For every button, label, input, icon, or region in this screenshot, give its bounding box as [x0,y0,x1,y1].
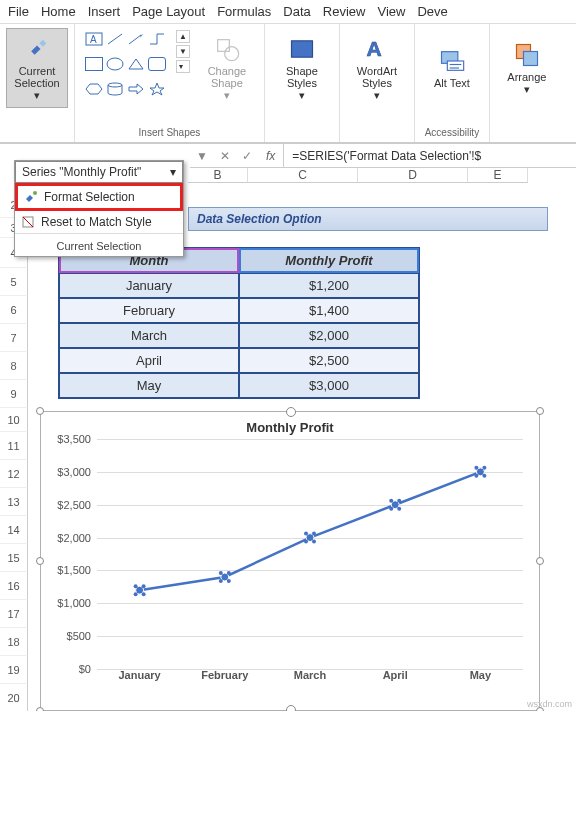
change-shape-button[interactable]: Change Shape ▾ [196,28,258,108]
enter-button[interactable]: ✓ [236,149,258,163]
data-marker[interactable] [304,532,316,544]
row-header[interactable]: 5 [0,268,28,296]
title-banner: Data Selection Option [188,207,548,231]
cell-month[interactable]: May [59,373,239,398]
row-header[interactable]: 15 [0,544,28,572]
reset-match-style-item[interactable]: Reset to Match Style [15,211,183,233]
alt-text-button[interactable]: Alt Text [421,28,483,108]
col-header-b[interactable]: B [188,168,248,183]
cell-month[interactable]: March [59,323,239,348]
row-header[interactable]: 8 [0,352,28,380]
menu-home[interactable]: Home [41,4,76,19]
plot-area[interactable]: $0$500$1,000$1,500$2,000$2,500$3,000$3,5… [97,439,523,669]
elbow-connector-icon[interactable] [148,32,166,46]
resize-handle[interactable] [36,707,44,711]
row-header[interactable]: 7 [0,324,28,352]
arrange-button[interactable]: Arrange ▾ [496,28,558,108]
row-header[interactable]: 20 [0,684,28,711]
row-header[interactable]: 12 [0,460,28,488]
format-selection-item[interactable]: Format Selection [15,183,183,211]
row-header[interactable]: 18 [0,628,28,656]
row-header[interactable]: 13 [0,488,28,516]
current-selection-button[interactable]: Current Selection ▾ [6,28,68,108]
menu-developer[interactable]: Deve [417,4,447,19]
rounded-rect-shape-icon[interactable] [148,57,166,71]
svg-marker-7 [86,84,102,94]
svg-text:A: A [90,34,97,45]
formula-bar: ▼ ✕ ✓ fx =SERIES('Format Data Selection'… [190,144,576,168]
data-marker[interactable] [474,466,486,478]
shapes-gallery[interactable]: A [81,28,170,108]
chart-title[interactable]: Monthly Profit [41,412,539,439]
line-arrow-icon[interactable] [127,32,145,46]
textbox-shape-icon[interactable]: A [85,32,103,46]
cell-month[interactable]: April [59,348,239,373]
row-header[interactable]: 10 [0,408,28,432]
star-shape-icon[interactable] [148,82,166,96]
formula-input[interactable]: =SERIES('Format Data Selection'!$ [284,149,489,163]
cancel-button[interactable]: ✕ [214,149,236,163]
arrange-label: Arrange [507,71,546,83]
col-header-profit[interactable]: Monthly Profit [239,248,419,273]
arrow-right-shape-icon[interactable] [127,82,145,96]
x-axis[interactable]: JanuaryFebruaryMarchAprilMay [97,669,523,681]
cylinder-shape-icon[interactable] [106,82,124,96]
row-header[interactable]: 9 [0,380,28,408]
svg-point-27 [142,584,146,588]
cell-month[interactable]: January [59,273,239,298]
row-header[interactable]: 6 [0,296,28,324]
cell-profit[interactable]: $1,400 [239,298,419,323]
col-header-e[interactable]: E [468,168,528,183]
current-selection-label: Current Selection [7,65,67,89]
insert-function-button[interactable]: ▼ [190,149,214,163]
wordart-styles-button[interactable]: A WordArt Styles ▾ [346,28,408,108]
gallery-more-icon[interactable]: ▾ [176,60,190,73]
chart-object[interactable]: Monthly Profit $0$500$1,000$1,500$2,000$… [40,411,540,711]
ribbon-group-wordart-styles: A WordArt Styles ▾ [340,24,415,142]
row-header[interactable]: 16 [0,572,28,600]
row-header[interactable]: 17 [0,600,28,628]
menu-file[interactable]: File [8,4,29,19]
fx-icon[interactable]: fx [258,144,284,167]
menu-data[interactable]: Data [283,4,310,19]
row-header[interactable]: 11 [0,432,28,460]
line-shape-icon[interactable] [106,32,124,46]
gallery-down-icon[interactable]: ▼ [176,45,190,58]
row-header[interactable]: 19 [0,656,28,684]
menu-review[interactable]: Review [323,4,366,19]
cell-profit[interactable]: $2,500 [239,348,419,373]
triangle-shape-icon[interactable] [127,57,145,71]
wordart-styles-label: WordArt Styles [346,65,408,89]
rectangle-shape-icon[interactable] [85,57,103,71]
col-header-c[interactable]: C [248,168,358,183]
svg-point-8 [108,83,122,87]
row-header[interactable]: 14 [0,516,28,544]
cell-profit[interactable]: $1,200 [239,273,419,298]
col-header-d[interactable]: D [358,168,468,183]
menu-insert[interactable]: Insert [88,4,121,19]
shape-styles-button[interactable]: Shape Styles ▾ [271,28,333,108]
change-shape-label: Change Shape [196,65,258,89]
menu-view[interactable]: View [377,4,405,19]
cell-profit[interactable]: $2,000 [239,323,419,348]
data-marker[interactable] [219,571,231,583]
chart-element-selector[interactable]: Series "Monthly Profit" ▾ [15,161,183,183]
menu-page-layout[interactable]: Page Layout [132,4,205,19]
oval-shape-icon[interactable] [106,57,124,71]
svg-rect-21 [523,51,537,65]
data-marker[interactable] [134,584,146,596]
resize-handle[interactable] [536,557,544,565]
resize-handle[interactable] [36,407,44,415]
hexagon-shape-icon[interactable] [85,82,103,96]
data-series[interactable] [97,439,523,669]
alt-text-icon [438,47,466,75]
gallery-up-icon[interactable]: ▲ [176,30,190,43]
resize-handle[interactable] [36,557,44,565]
menu-formulas[interactable]: Formulas [217,4,271,19]
resize-handle[interactable] [536,407,544,415]
svg-point-36 [304,532,308,536]
cell-month[interactable]: February [59,298,239,323]
x-tick: April [353,669,438,681]
data-marker[interactable] [389,499,401,511]
cell-profit[interactable]: $3,000 [239,373,419,398]
